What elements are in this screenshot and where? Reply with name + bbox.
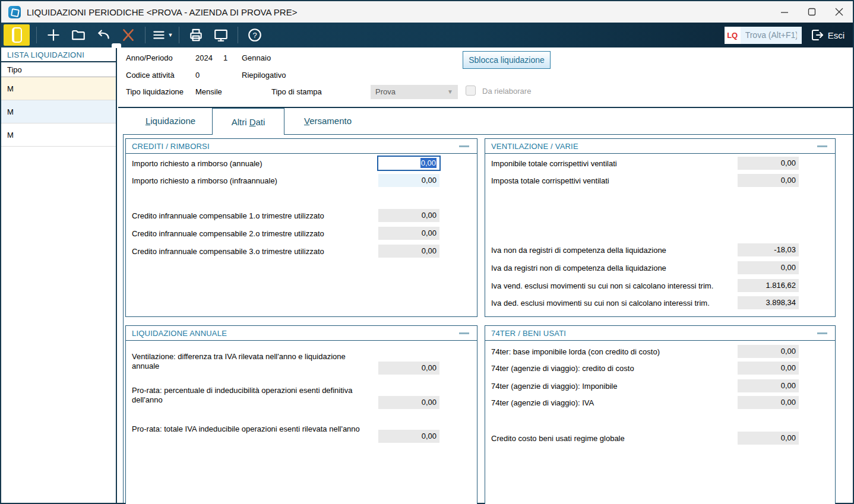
minimize-button[interactable] [771,1,798,23]
codice-attivita-desc: Riepilogativo [242,71,286,80]
sidebar-lista-liquidazioni: LISTA LIQUIDAZIONI Tipo M M M [1,47,117,503]
find-input[interactable] [741,27,802,44]
anno-periodo-label: Anno/Periodo [126,53,173,62]
collapse-panel-icon[interactable] [459,145,469,147]
menu-button[interactable]: ▼ [150,24,175,46]
field-label: Iva non da registri di competenza della … [491,246,666,255]
panel-ventilazione-varie: VENTILAZIONE / VARIE Imponibile totale c… [485,138,836,317]
field-label: Credito costo beni usati regime globale [491,434,625,443]
tab-page-altri-dati: CREDITI / RIMBORSI Importo richiesto a r… [123,134,853,503]
anno-value: 2024 [195,53,213,62]
sidebar-splitter-handle[interactable] [112,43,121,48]
prorata-totale-field: 0,00 [378,430,439,443]
exit-icon [809,28,824,42]
da-rielaborare-checkbox[interactable] [466,85,476,96]
title-bar: LIQUIDAZIONI PERIODICHE <PROVA - AZIENDA… [1,1,853,23]
module-button[interactable] [4,24,30,46]
undo-icon [96,27,111,43]
panel-74ter-beni-usati: 74TER / BENI USATI 74ter: base imponibil… [485,325,836,504]
close-button[interactable] [825,1,853,23]
exit-button[interactable]: Esci [809,28,844,42]
minimize-icon [780,8,789,16]
base-imponibile-lorda-field: 0,00 [738,345,799,358]
field-label: 74ter (agenzie di viaggio): IVA [491,398,594,408]
sblocca-liquidazione-button[interactable]: Sblocca liquidazione [463,51,551,69]
importo-rimborso-annuale-field[interactable]: 0,00 [377,156,441,171]
panel-title: 74TER / BENI USATI [485,329,566,338]
tipo-stampa-select[interactable]: Prova ▼ [371,85,458,99]
open-button[interactable] [66,24,91,46]
sidebar-column-header-tipo[interactable]: Tipo [1,62,116,77]
codice-attivita-label: Codice attività [126,71,175,80]
plus-icon [46,27,61,43]
field-label: 74ter (agenzie di viaggio): credito di c… [491,364,634,373]
tab-strip: Liquidazione Altri Dati Versamento [118,108,853,134]
codice-attivita-value: 0 [195,71,200,80]
maximize-icon [808,8,816,16]
periodo-value: 1 [223,53,227,62]
field-label: Credito infrannuale compensabile 2.o tri… [132,229,324,239]
list-item[interactable]: M [1,123,116,147]
panel-liquidazione-annuale: LIQUIDAZIONE ANNUALE Ventilazione: diffe… [125,325,477,504]
delete-x-icon [121,27,136,43]
collapse-panel-icon[interactable] [817,145,827,147]
iva-ded-esclusi-field: 3.898,34 [738,296,799,309]
panel-header: 74TER / BENI USATI [485,326,835,341]
help-button[interactable]: ? [242,24,267,46]
panel-title: CREDITI / RIMBORSI [126,142,210,151]
maximize-button[interactable] [798,1,825,23]
tab-liquidazione[interactable]: Liquidazione [129,108,212,134]
list-item-tipo: M [7,84,14,93]
importo-rimborso-infraannuale-field[interactable]: 0,00 [378,174,439,187]
new-button[interactable] [41,24,66,46]
undo-button[interactable] [91,24,116,46]
toolbar-separator [179,27,179,43]
app-logo-icon [8,6,21,18]
lq-badge: LQ [725,27,741,44]
field-label: Iva vend. esclusi movimenti su cui non s… [491,281,713,291]
collapse-panel-icon[interactable] [459,332,469,334]
panel-crediti-rimborsi: CREDITI / RIMBORSI Importo richiesto a r… [125,138,477,317]
print-button[interactable] [184,24,208,46]
preview-button[interactable] [208,24,233,46]
panel-header: VENTILAZIONE / VARIE [485,139,835,154]
panel-header: LIQUIDAZIONE ANNUALE [126,326,477,341]
credito-di-costo-field: 0,00 [738,362,799,375]
chevron-down-icon: ▼ [447,85,453,99]
tipo-stampa-label: Tipo di stampa [271,87,322,96]
field-label: Importo richiesto a rimborso (infraannua… [132,176,277,186]
record-header: Anno/Periodo 2024 1 Gennaio Codice attiv… [118,47,853,108]
da-rielaborare-label: Da rielaborare [482,87,531,96]
field-label: Iva da registri non di competenza della … [491,264,666,273]
iva-da-registri-field: 0,00 [738,261,799,274]
tipo-stampa-value: Prova [375,87,396,96]
iva-vend-esclusi-field: 1.816,62 [738,279,799,292]
window-title: LIQUIDAZIONI PERIODICHE <PROVA - AZIENDA… [27,7,297,17]
toolbar: ▼ ? LQ Esci [1,23,853,47]
tab-altri-dati[interactable]: Altri Dati [212,108,284,135]
list-item[interactable]: M [1,100,116,123]
tipo-liquidazione-label: Tipo liquidazione [126,87,184,96]
monitor-icon [213,27,229,43]
printer-icon [188,27,204,43]
panel-header: CREDITI / RIMBORSI [126,139,477,154]
svg-text:?: ? [252,31,257,40]
list-item-tipo: M [7,131,14,140]
iva-agenzie-field: 0,00 [738,396,799,409]
toolbar-separator [36,27,37,43]
list-item-tipo: M [7,107,14,116]
field-label: Credito infrannuale compensabile 1.o tri… [132,211,324,221]
help-icon: ? [247,27,262,43]
list-item[interactable]: M [1,77,116,100]
field-label: Importo richiesto a rimborso (annuale) [132,159,262,169]
field-label: 74ter: base imponibile lorda (con credit… [491,347,660,357]
credito-trim3-field: 0,00 [378,245,439,258]
tab-versamento[interactable]: Versamento [284,108,371,134]
close-icon [835,8,843,16]
imposta-ventilati-field: 0,00 [738,174,799,187]
field-label: 74ter (agenzie di viaggio): Imponibile [491,382,617,391]
collapse-panel-icon[interactable] [817,332,827,334]
toolbar-separator [145,27,146,43]
delete-button[interactable] [116,24,141,46]
field-label: Imposta totale corrispettivi ventilati [491,176,609,186]
